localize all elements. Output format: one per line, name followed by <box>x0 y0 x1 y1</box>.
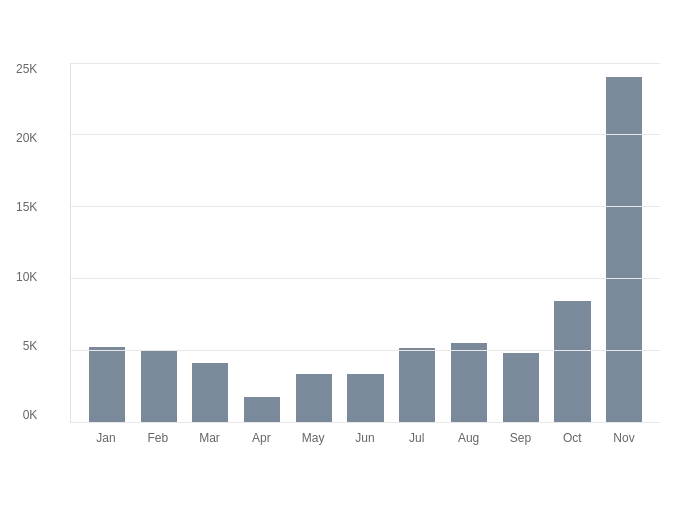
y-label: 0K <box>23 409 38 421</box>
grid-line <box>71 278 660 279</box>
bar <box>347 374 383 421</box>
bar-group <box>184 63 236 422</box>
bar <box>192 363 228 422</box>
x-label: May <box>287 431 339 445</box>
grid-line <box>71 422 660 423</box>
x-label: Apr <box>235 431 287 445</box>
y-label: 5K <box>23 340 38 352</box>
bar-group <box>81 63 133 422</box>
bar <box>503 353 539 422</box>
bar-group <box>495 63 547 422</box>
bar-group <box>340 63 392 422</box>
bar <box>554 301 590 422</box>
chart-area: 25K20K15K10K5K0K <box>70 63 660 423</box>
bar <box>244 397 280 421</box>
grid-line <box>71 63 660 64</box>
bars-container <box>71 63 660 422</box>
y-label: 20K <box>16 132 37 144</box>
y-label: 15K <box>16 201 37 213</box>
bar-group <box>443 63 495 422</box>
x-label: Jan <box>80 431 132 445</box>
grid-line <box>71 206 660 207</box>
x-label: Nov <box>598 431 650 445</box>
bar <box>451 343 487 422</box>
bar-group <box>391 63 443 422</box>
x-label: Oct <box>546 431 598 445</box>
bar-group <box>236 63 288 422</box>
bar-group <box>288 63 340 422</box>
x-label: Jul <box>391 431 443 445</box>
y-label: 10K <box>16 271 37 283</box>
x-label: Mar <box>184 431 236 445</box>
chart-container: 25K20K15K10K5K0K JanFebMarAprMayJunJulAu… <box>10 13 690 503</box>
bar-group <box>598 63 650 422</box>
y-label: 25K <box>16 63 37 75</box>
x-axis-labels: JanFebMarAprMayJunJulAugSepOctNov <box>70 431 660 445</box>
bar <box>606 77 642 422</box>
x-label: Aug <box>443 431 495 445</box>
x-label: Sep <box>495 431 547 445</box>
x-label: Jun <box>339 431 391 445</box>
bar <box>296 374 332 421</box>
bar-group <box>133 63 185 422</box>
bar-group <box>547 63 599 422</box>
y-axis-labels: 25K20K15K10K5K0K <box>16 63 37 422</box>
grid-line <box>71 350 660 351</box>
bar <box>89 347 125 422</box>
bar <box>141 350 177 422</box>
bar <box>399 348 435 421</box>
x-label: Feb <box>132 431 184 445</box>
grid-line <box>71 134 660 135</box>
